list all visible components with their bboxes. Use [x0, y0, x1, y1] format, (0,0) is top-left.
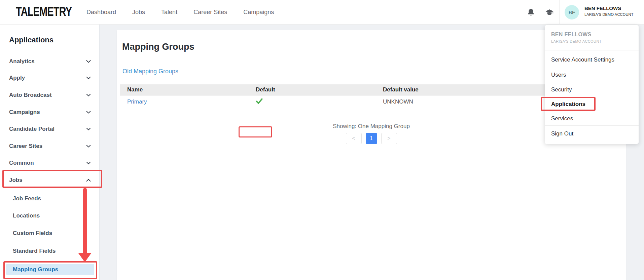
nav-campaigns[interactable]: Campaigns	[243, 9, 274, 16]
sidebar-item-jobs[interactable]: Jobs	[0, 174, 100, 186]
account-dropdown-menu: BEN FELLOWS LARISA'S DEMO ACCOUNT Servic…	[545, 25, 639, 144]
chevron-down-icon	[86, 111, 91, 114]
sidebar-item-auto-broadcast[interactable]: Auto Broadcast	[0, 89, 100, 101]
sidebar-item-label: Analytics	[9, 58, 35, 65]
menu-item-security[interactable]: Security	[545, 85, 639, 95]
sidebar-subitem-label: Custom Fields	[13, 230, 52, 237]
sidebar-subitem-mapping-groups[interactable]: Mapping Groups	[6, 264, 94, 275]
menu-item-label: Services	[551, 115, 573, 122]
divider	[545, 68, 639, 68]
chevron-up-icon	[86, 179, 91, 182]
sidebar-item-label: Common	[9, 160, 34, 166]
graduation-cap-icon[interactable]	[545, 8, 554, 17]
user-account: LARISA'S DEMO ACCOUNT	[584, 12, 634, 16]
menu-item-label: Users	[551, 72, 566, 78]
menu-item-label: Service Account Settings	[551, 56, 614, 63]
app-root: TALEMETRY Dashboard Jobs Talent Career S…	[0, 0, 644, 280]
menu-item-services[interactable]: Services	[545, 114, 639, 124]
menu-item-sign-out[interactable]: Sign Out	[545, 129, 639, 139]
sidebar-subitem-label: Locations	[13, 212, 40, 219]
menu-item-label: Security	[551, 86, 572, 93]
menu-item-applications[interactable]: Applications	[545, 99, 639, 109]
avatar[interactable]: BF	[565, 5, 579, 19]
page-title: Mapping Groups	[122, 42, 194, 52]
old-mapping-groups-link[interactable]: Old Mapping Groups	[122, 68, 178, 75]
pagination-prev-button[interactable]: <	[346, 133, 362, 144]
sidebar-item-candidate-portal[interactable]: Candidate Portal	[0, 123, 100, 135]
topbar-divider	[559, 0, 560, 25]
divider	[545, 50, 639, 50]
sidebar-subitem-label: Mapping Groups	[13, 266, 58, 273]
annotation-arrow-head-icon	[78, 253, 92, 262]
menu-item-users[interactable]: Users	[545, 70, 639, 80]
sidebar-item-common[interactable]: Common	[0, 157, 100, 169]
nav-jobs[interactable]: Jobs	[132, 9, 145, 16]
user-block[interactable]: BEN FELLOWS LARISA'S DEMO ACCOUNT	[584, 5, 634, 16]
chevron-down-icon	[86, 77, 91, 80]
column-header-default: Default	[256, 86, 383, 93]
top-nav: Dashboard Jobs Talent Career Sites Campa…	[86, 0, 274, 25]
menu-item-service-account-settings[interactable]: Service Account Settings	[545, 55, 639, 65]
sidebar-item-label: Candidate Portal	[9, 126, 55, 132]
dropdown-user-name: BEN FELLOWS	[551, 32, 592, 38]
top-bar: TALEMETRY Dashboard Jobs Talent Career S…	[0, 0, 644, 25]
sidebar-item-label: Campaigns	[9, 109, 40, 116]
nav-career-sites[interactable]: Career Sites	[193, 9, 227, 16]
sidebar-subitem-label: Standard Fields	[13, 248, 56, 254]
chevron-down-icon	[86, 128, 91, 131]
check-icon	[256, 98, 263, 104]
annotation-arrow-line	[83, 188, 87, 254]
sidebar-item-label: Auto Broadcast	[9, 92, 52, 98]
user-name: BEN FELLOWS	[584, 5, 634, 11]
bell-icon[interactable]	[527, 8, 535, 17]
nav-talent[interactable]: Talent	[161, 9, 177, 16]
sidebar-item-label: Jobs	[9, 177, 23, 184]
sidebar-item-label: Apply	[9, 75, 25, 81]
column-header-name: Name	[120, 86, 256, 93]
chevron-down-icon	[86, 94, 91, 97]
sidebar-heading: Applications	[9, 36, 53, 44]
pagination-next-button[interactable]: >	[381, 133, 397, 144]
chevron-down-icon	[86, 60, 91, 63]
sidebar-item-campaigns[interactable]: Campaigns	[0, 107, 100, 118]
dropdown-user-account: LARISA'S DEMO ACCOUNT	[551, 39, 602, 43]
menu-item-label: Sign Out	[551, 130, 573, 137]
sidebar-item-label: Career Sites	[9, 143, 42, 150]
menu-item-label: Applications	[551, 101, 585, 108]
chevron-down-icon	[86, 145, 91, 148]
sidebar-subitem-label: Job Feeds	[13, 195, 41, 202]
sidebar-item-analytics[interactable]: Analytics	[0, 56, 100, 67]
sidebar-item-career-sites[interactable]: Career Sites	[0, 141, 100, 152]
chevron-down-icon	[86, 162, 91, 165]
nav-dashboard[interactable]: Dashboard	[86, 9, 116, 16]
divider	[545, 125, 639, 126]
mapping-group-primary-link[interactable]: Primary	[127, 98, 147, 105]
pagination-page-1-button[interactable]: 1	[366, 133, 377, 144]
talemetry-logo[interactable]: TALEMETRY	[16, 5, 72, 19]
sidebar-item-apply[interactable]: Apply	[0, 72, 100, 84]
default-cell	[256, 98, 383, 106]
